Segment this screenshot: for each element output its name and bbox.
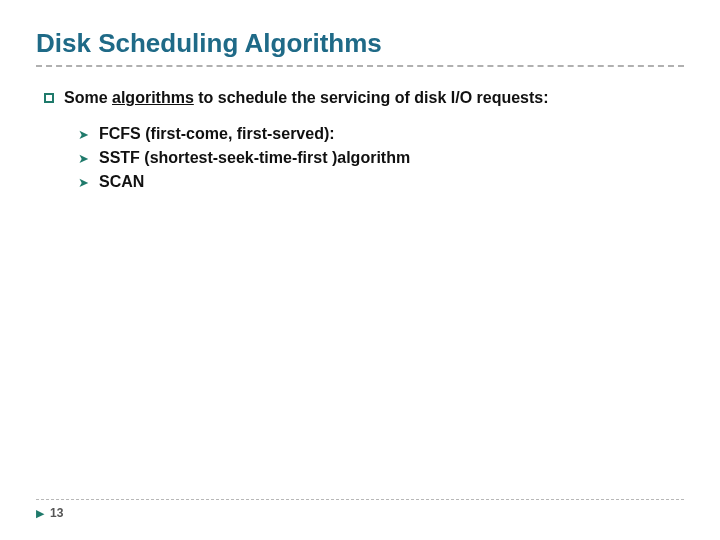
page-number: 13 [50,506,63,520]
list-item-text: SCAN [99,173,144,191]
list-item: ➤ SCAN [78,173,684,191]
chevron-right-icon: ➤ [78,151,89,166]
slide-footer: ▶ 13 [36,499,684,520]
footer-divider [36,499,684,500]
lead-underlined: algorithms [112,89,194,106]
square-bullet-icon [44,93,54,103]
slide-title: Disk Scheduling Algorithms [36,28,684,63]
list-item-text: SSTF (shortest-seek-time-first )algorith… [99,149,410,167]
lead-prefix: Some [64,89,112,106]
lead-text: Some algorithms to schedule the servicin… [64,89,549,107]
chevron-right-icon: ➤ [78,175,89,190]
title-divider [36,65,684,67]
list-item: ➤ SSTF (shortest-seek-time-first )algori… [78,149,684,167]
list-item: ➤ FCFS (first-come, first-served): [78,125,684,143]
page-number-row: ▶ 13 [36,506,684,520]
chevron-right-icon: ➤ [78,127,89,142]
slide: Disk Scheduling Algorithms Some algorith… [0,0,720,540]
lead-bullet-row: Some algorithms to schedule the servicin… [44,89,684,107]
lead-suffix: to schedule the servicing of disk I/O re… [194,89,549,106]
sub-list: ➤ FCFS (first-come, first-served): ➤ SST… [78,125,684,191]
play-arrow-icon: ▶ [36,507,44,520]
list-item-text: FCFS (first-come, first-served): [99,125,335,143]
